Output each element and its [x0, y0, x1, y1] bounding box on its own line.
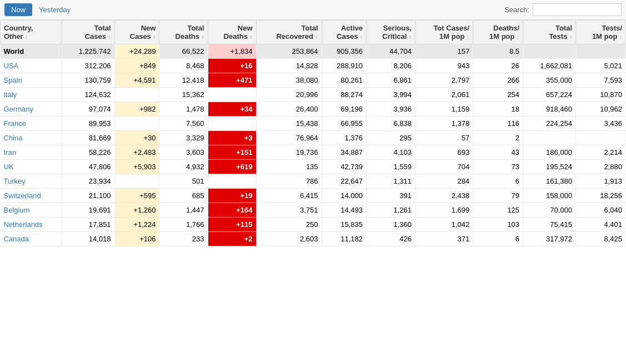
country-link[interactable]: Canada [4, 235, 29, 243]
cell-total_recovered: 26,400 [256, 102, 322, 117]
table-row: Belgium19,691+1,2601,447+1643,75114,4931… [1, 203, 626, 218]
search-input[interactable] [533, 3, 622, 16]
country-link[interactable]: USA [4, 62, 19, 70]
cell-country[interactable]: Belgium [1, 203, 62, 218]
cell-active_cases: 15,835 [322, 218, 366, 232]
table-row: UK47,806+5,9034,932+61913542,7391,559704… [1, 160, 626, 174]
cell-total_recovered: 2,603 [256, 232, 322, 246]
cell-country[interactable]: France [1, 117, 62, 131]
country-link[interactable]: Switzerland [4, 191, 41, 200]
world-cell-serious_critical: 44,704 [366, 44, 415, 59]
col-header-total_tests[interactable]: TotalTests ↕ [523, 21, 576, 44]
cell-new_cases: +1,224 [114, 218, 159, 232]
col-header-active_cases[interactable]: ActiveCases ↕ [322, 21, 366, 44]
cell-total_deaths: 1,447 [159, 203, 208, 218]
cell-total_deaths: 233 [159, 232, 208, 246]
cell-new_cases: +4,591 [114, 73, 159, 88]
cell-deaths_1m: 6 [473, 232, 523, 246]
cell-total_cases: 21,100 [62, 189, 114, 203]
country-link[interactable]: Iran [4, 148, 16, 156]
col-header-tot_cases_1m[interactable]: Tot Cases/1M pop ↕ [415, 21, 473, 44]
cell-total_cases: 81,669 [62, 131, 114, 145]
cell-country[interactable]: Turkey [1, 174, 62, 189]
country-link[interactable]: Spain [4, 76, 22, 84]
cell-total_tests: 195,524 [523, 160, 576, 174]
cell-total_tests [523, 131, 576, 145]
cell-total_recovered: 3,751 [256, 203, 322, 218]
world-cell-total_tests [523, 44, 576, 59]
cell-country[interactable]: Germany [1, 102, 62, 117]
cell-total_deaths: 15,362 [159, 88, 208, 102]
country-link[interactable]: France [4, 119, 26, 128]
col-header-country[interactable]: Country,Other ↕ [1, 21, 62, 44]
cell-country[interactable]: Canada [1, 232, 62, 246]
cell-new_deaths: +19 [208, 189, 256, 203]
cell-deaths_1m: 125 [473, 203, 523, 218]
col-header-serious_critical[interactable]: Serious,Critical ↕ [366, 21, 415, 44]
cell-country[interactable]: Netherlands [1, 218, 62, 232]
cell-total_tests: 657,224 [523, 88, 576, 102]
world-row: World1,225,742+24,28966,522+1,834253,864… [1, 44, 626, 59]
cell-country[interactable]: Spain [1, 73, 62, 88]
cell-deaths_1m: 26 [473, 59, 523, 73]
cell-country[interactable]: China [1, 131, 62, 145]
table-row: Spain130,759+4,59112,418+47138,08080,261… [1, 73, 626, 88]
country-link[interactable]: Belgium [4, 206, 30, 214]
cell-tot_cases_1m: 2,061 [415, 88, 473, 102]
cell-serious_critical: 1,311 [366, 174, 415, 189]
country-link[interactable]: Netherlands [4, 220, 43, 229]
cell-serious_critical: 3,936 [366, 102, 415, 117]
cell-country[interactable]: Italy [1, 88, 62, 102]
world-cell-deaths_1m: 8.5 [473, 44, 523, 59]
col-header-new_deaths[interactable]: NewDeaths ↕ [208, 21, 256, 44]
cell-country[interactable]: USA [1, 59, 62, 73]
yesterday-button[interactable]: Yesterday [32, 3, 77, 16]
cell-new_deaths: +471 [208, 73, 256, 88]
cell-new_cases [114, 174, 159, 189]
cell-active_cases: 88,274 [322, 88, 366, 102]
country-link[interactable]: Turkey [4, 177, 26, 185]
col-header-deaths_1m[interactable]: Deaths/1M pop ↕ [473, 21, 523, 44]
cell-total_recovered: 76,964 [256, 131, 322, 145]
cell-new_deaths: +164 [208, 203, 256, 218]
cell-total_cases: 47,806 [62, 160, 114, 174]
cell-total_cases: 17,851 [62, 218, 114, 232]
cell-total_tests: 186,000 [523, 145, 576, 160]
col-header-total_recovered[interactable]: TotalRecovered ↕ [256, 21, 322, 44]
cell-total_recovered: 15,438 [256, 117, 322, 131]
cell-tot_cases_1m: 943 [415, 59, 473, 73]
cell-country[interactable]: UK [1, 160, 62, 174]
cell-total_recovered: 6,415 [256, 189, 322, 203]
cell-active_cases: 11,182 [322, 232, 366, 246]
cell-active_cases: 1,376 [322, 131, 366, 145]
cell-total_recovered: 14,828 [256, 59, 322, 73]
cell-country[interactable]: Switzerland [1, 189, 62, 203]
now-button[interactable]: Now [4, 3, 32, 16]
country-link[interactable]: Italy [4, 90, 17, 99]
country-link[interactable]: UK [4, 163, 14, 171]
cell-new_deaths: +3 [208, 131, 256, 145]
cell-deaths_1m: 116 [473, 117, 523, 131]
cell-tot_cases_1m: 284 [415, 174, 473, 189]
cell-tot_cases_1m: 1,159 [415, 102, 473, 117]
cell-new_cases: +849 [114, 59, 159, 73]
world-cell-new_deaths: +1,834 [208, 44, 256, 59]
cell-new_cases [114, 117, 159, 131]
col-header-total_deaths[interactable]: TotalDeaths ↕ [159, 21, 208, 44]
cell-new_cases [114, 88, 159, 102]
cell-new_deaths: +151 [208, 145, 256, 160]
cell-new_deaths [208, 174, 256, 189]
country-link[interactable]: Germany [4, 105, 33, 113]
cell-country[interactable]: Iran [1, 145, 62, 160]
cell-total_recovered: 20,996 [256, 88, 322, 102]
cell-total_cases: 97,074 [62, 102, 114, 117]
cell-new_deaths: +2 [208, 232, 256, 246]
cell-tests_1m: 8,425 [576, 232, 626, 246]
col-header-total_cases[interactable]: TotalCases ↕ [62, 21, 114, 44]
country-link[interactable]: China [4, 134, 23, 142]
cell-tests_1m: 10,870 [576, 88, 626, 102]
table-row: China81,669+303,329+376,9641,376295572 [1, 131, 626, 145]
col-header-tests_1m[interactable]: Tests/1M pop ↕ [576, 21, 626, 44]
col-header-new_cases[interactable]: NewCases ↕ [114, 21, 159, 44]
table-row: USA312,206+8498,468+1614,828288,9108,206… [1, 59, 626, 73]
